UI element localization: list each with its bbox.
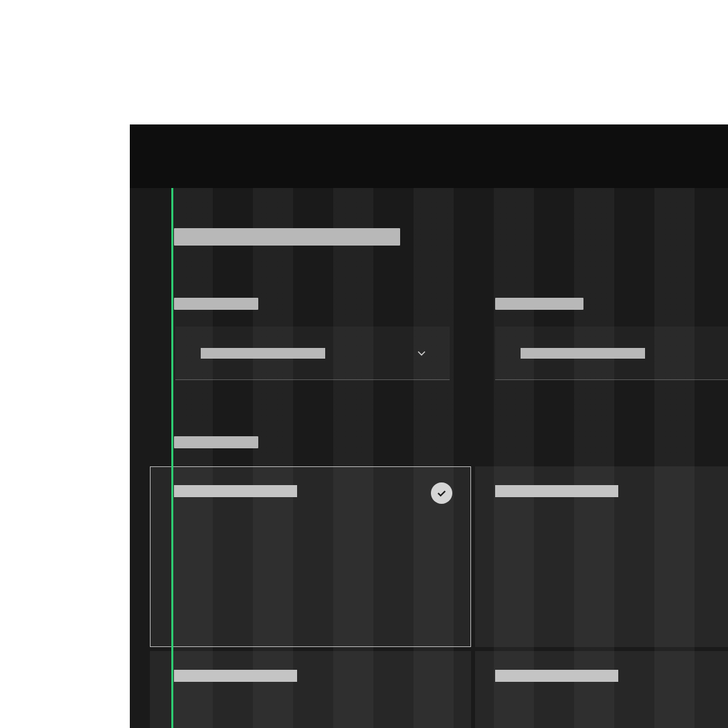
field-b-label	[495, 298, 583, 310]
option-card-4-title	[495, 670, 618, 682]
option-card-1-title	[174, 485, 297, 497]
app-window	[130, 124, 728, 728]
option-card-4[interactable]	[475, 651, 728, 728]
cards-section-label	[174, 436, 258, 448]
check-icon	[436, 487, 448, 499]
chevron-down-icon	[414, 345, 430, 361]
field-b-value	[521, 348, 645, 359]
field-b-dropdown[interactable]	[495, 327, 728, 380]
option-card-1[interactable]	[150, 466, 471, 647]
selected-indicator	[431, 482, 452, 504]
field-a-value	[201, 348, 325, 359]
field-a-dropdown[interactable]	[175, 327, 450, 380]
field-a-label	[174, 298, 258, 310]
top-bar	[130, 124, 728, 188]
option-card-3-title	[174, 670, 297, 682]
option-card-2[interactable]	[475, 466, 728, 647]
content-area	[130, 188, 728, 728]
section-heading	[174, 228, 400, 246]
option-card-3[interactable]	[150, 651, 471, 728]
option-card-2-title	[495, 485, 618, 497]
